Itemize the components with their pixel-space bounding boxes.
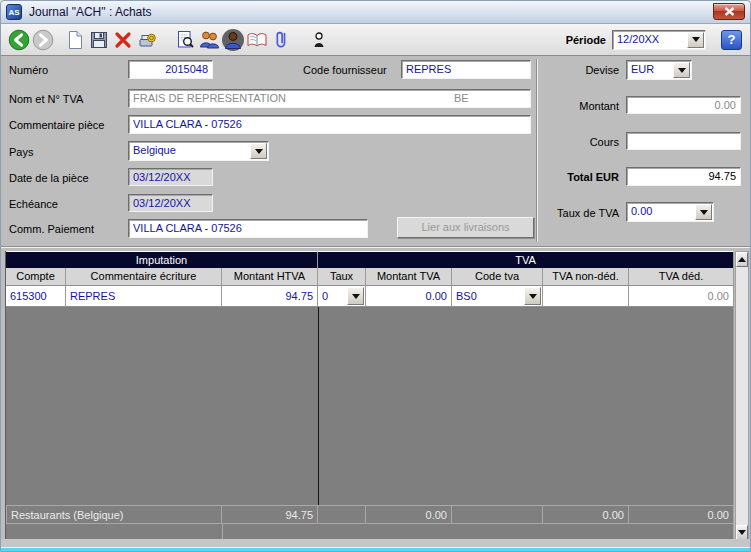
table-row: 615300 REPRES 94.75 0 0.00 BS0 0.00 xyxy=(6,286,734,307)
new-document-icon xyxy=(65,30,85,50)
cell-code-tva-combobox[interactable]: BS0 xyxy=(452,286,543,307)
cell-montant-htva[interactable]: 94.75 xyxy=(222,286,318,307)
preview-button[interactable] xyxy=(173,28,197,52)
commentaire-piece-field[interactable]: VILLA CLARA - 07526 xyxy=(128,115,531,134)
taux-tva-dropdown-button[interactable] xyxy=(695,204,712,220)
numero-label: Numéro xyxy=(9,64,48,76)
cours-field[interactable] xyxy=(626,132,741,150)
save-icon xyxy=(89,30,109,50)
chevron-down-icon xyxy=(700,210,708,215)
save-button[interactable] xyxy=(87,28,111,52)
close-button[interactable] xyxy=(713,3,745,20)
period-value: 12/20XX xyxy=(617,33,659,45)
cell-montant-tva[interactable]: 0.00 xyxy=(366,286,452,307)
user-silhouette-button[interactable] xyxy=(307,28,331,52)
comm-paiement-label: Comm. Paiement xyxy=(9,223,94,235)
cell-code-tva-value: BS0 xyxy=(456,290,477,302)
app-window: AS Journal "ACH" : Achats xyxy=(0,0,751,552)
bottom-cyan-edge xyxy=(1,547,750,551)
code-fournisseur-label: Code fournisseur xyxy=(303,64,387,76)
period-dropdown-button[interactable] xyxy=(687,32,704,48)
forward-button[interactable] xyxy=(31,28,55,52)
summary-tva-non-ded: 0.00 xyxy=(543,505,629,524)
cell-tva-non-ded[interactable] xyxy=(543,286,629,307)
payment-icon xyxy=(137,30,157,50)
devise-label: Devise xyxy=(544,64,619,76)
user-icon xyxy=(221,28,245,52)
delete-button[interactable] xyxy=(111,28,135,52)
summary-taux xyxy=(318,505,366,524)
scroll-up-icon xyxy=(738,257,746,262)
cell-taux-value: 0 xyxy=(322,290,328,302)
group-imputation: Imputation xyxy=(6,251,318,268)
delete-icon xyxy=(113,30,133,50)
journal-book-button[interactable] xyxy=(245,28,269,52)
pays-combobox[interactable]: Belgique xyxy=(128,141,269,161)
pays-dropdown-button[interactable] xyxy=(250,143,267,159)
col-tva-ded[interactable]: TVA déd. xyxy=(629,268,734,286)
period-label: Période xyxy=(566,34,606,46)
journal-book-icon xyxy=(245,30,269,50)
close-icon xyxy=(724,7,735,16)
taux-tva-value: 0.00 xyxy=(631,205,652,217)
taux-cell-dropdown-button[interactable] xyxy=(347,287,364,305)
devise-dropdown-button[interactable] xyxy=(673,62,690,78)
echeance-field[interactable]: 03/12/20XX xyxy=(128,194,213,212)
entries-grid: Imputation TVA Compte Commentaire écritu… xyxy=(5,251,734,541)
user-silhouette-icon xyxy=(311,31,327,49)
scroll-up-button[interactable] xyxy=(736,252,748,267)
col-montant-tva[interactable]: Montant TVA xyxy=(366,268,452,286)
contacts-button[interactable] xyxy=(197,28,221,52)
chevron-down-icon xyxy=(255,149,263,154)
col-code-tva[interactable]: Code tva xyxy=(452,268,543,286)
col-tva-non-ded[interactable]: TVA non-déd. xyxy=(543,268,629,286)
devise-combobox[interactable]: EUR xyxy=(626,60,692,80)
comm-paiement-field[interactable]: VILLA CLARA - 07526 xyxy=(128,219,368,238)
cell-compte[interactable]: 615300 xyxy=(6,286,66,307)
nom-tva-value: FRAIS DE REPRESENTATION xyxy=(133,92,286,104)
nom-tva-field[interactable]: FRAIS DE REPRESENTATION BE xyxy=(128,89,531,108)
summary-code-tva xyxy=(452,505,543,524)
code-tva-cell-dropdown-button[interactable] xyxy=(524,287,541,305)
summary-montant-htva: 94.75 xyxy=(222,505,318,524)
pays-label: Pays xyxy=(9,146,33,158)
montant-field[interactable]: 0.00 xyxy=(626,96,741,114)
new-document-button[interactable] xyxy=(63,28,87,52)
attachment-button[interactable] xyxy=(269,28,293,52)
date-piece-label: Date de la pièce xyxy=(9,172,89,184)
group-tva: TVA xyxy=(318,251,734,268)
user-button[interactable] xyxy=(221,28,245,52)
vertical-scrollbar[interactable] xyxy=(735,251,749,541)
help-button[interactable]: ? xyxy=(721,30,742,50)
col-taux[interactable]: Taux xyxy=(318,268,366,286)
paperclip-icon xyxy=(272,29,290,51)
forward-icon xyxy=(32,29,54,51)
cell-commentaire[interactable]: REPRES xyxy=(66,286,222,307)
lier-aux-livraisons-button[interactable]: Lier aux livraisons xyxy=(397,217,534,238)
total-eur-field[interactable]: 94.75 xyxy=(626,167,741,186)
numero-field[interactable]: 2015048 xyxy=(128,60,213,79)
scroll-down-button[interactable] xyxy=(736,525,748,540)
cell-taux-combobox[interactable]: 0 xyxy=(318,286,366,307)
contacts-icon xyxy=(197,29,221,51)
col-commentaire[interactable]: Commentaire écriture xyxy=(66,268,222,286)
date-piece-field[interactable]: 03/12/20XX xyxy=(128,168,213,186)
montant-label: Montant xyxy=(544,100,619,112)
cours-label: Cours xyxy=(544,136,619,148)
back-button[interactable] xyxy=(7,28,31,52)
devise-value: EUR xyxy=(631,63,654,75)
pays-value: Belgique xyxy=(133,144,176,156)
back-icon xyxy=(8,29,30,51)
period-combobox[interactable]: 12/20XX xyxy=(612,30,706,50)
col-compte[interactable]: Compte xyxy=(6,268,66,286)
window-title: Journal "ACH" : Achats xyxy=(29,5,152,19)
code-fournisseur-field[interactable]: REPRES xyxy=(401,60,531,79)
grid-empty-body[interactable] xyxy=(6,307,734,505)
cell-tva-ded[interactable]: 0.00 xyxy=(629,286,734,307)
taux-tva-combobox[interactable]: 0.00 xyxy=(626,202,714,222)
preview-icon xyxy=(175,29,196,50)
total-eur-label: Total EUR xyxy=(544,171,619,183)
col-montant-htva[interactable]: Montant HTVA xyxy=(222,268,318,286)
chevron-down-icon xyxy=(352,294,360,299)
payment-button[interactable] xyxy=(135,28,159,52)
